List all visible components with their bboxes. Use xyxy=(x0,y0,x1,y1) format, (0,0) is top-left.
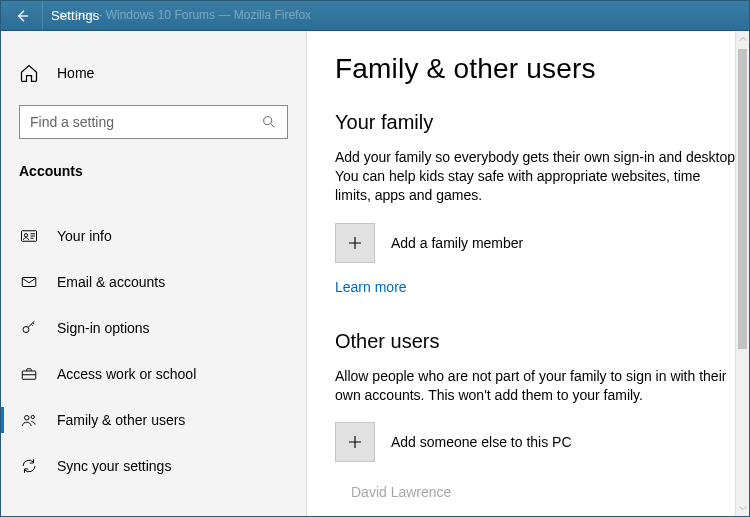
nav-label: Sign-in options xyxy=(57,320,150,336)
your-family-heading: Your family xyxy=(335,111,741,134)
add-other-user-row[interactable]: Add someone else to this PC xyxy=(335,422,741,462)
nav-label: Access work or school xyxy=(57,366,196,382)
search-box[interactable] xyxy=(19,105,288,139)
svg-point-7 xyxy=(31,415,34,418)
svg-point-6 xyxy=(25,416,30,421)
add-family-member-button[interactable] xyxy=(335,223,375,263)
your-family-description: Add your family so everybody gets their … xyxy=(335,148,741,205)
other-users-description: Allow people who are not part of your fa… xyxy=(335,367,741,405)
body: Home Accounts Your info Email & accounts xyxy=(1,31,749,516)
nav-your-info[interactable]: Your info xyxy=(1,213,306,259)
home-icon xyxy=(19,63,39,83)
briefcase-icon xyxy=(19,365,39,383)
nav-label: Sync your settings xyxy=(57,458,171,474)
back-button[interactable] xyxy=(1,1,43,31)
add-family-member-label: Add a family member xyxy=(391,235,523,251)
svg-point-4 xyxy=(23,327,29,333)
plus-icon xyxy=(346,433,364,451)
scroll-down-arrow-icon[interactable] xyxy=(736,500,749,516)
svg-rect-3 xyxy=(22,278,36,287)
add-other-user-button[interactable] xyxy=(335,422,375,462)
page-title: Family & other users xyxy=(335,53,741,85)
scrollbar-thumb[interactable] xyxy=(738,49,747,349)
person-card-icon xyxy=(19,227,39,245)
nav-email-accounts[interactable]: Email & accounts xyxy=(1,259,306,305)
section-label: Accounts xyxy=(1,139,306,187)
nav-list: Your info Email & accounts Sign-in optio… xyxy=(1,213,306,489)
nav-label: Your info xyxy=(57,228,112,244)
search-input[interactable] xyxy=(30,114,261,130)
add-other-user-label: Add someone else to this PC xyxy=(391,434,572,450)
svg-point-0 xyxy=(264,117,272,125)
add-family-member-row[interactable]: Add a family member xyxy=(335,223,741,263)
vertical-scrollbar[interactable] xyxy=(735,31,749,516)
search-icon xyxy=(261,114,277,130)
home-nav[interactable]: Home xyxy=(1,53,306,93)
nav-sync-settings[interactable]: Sync your settings xyxy=(1,443,306,489)
nav-label: Family & other users xyxy=(57,412,185,428)
settings-window: screen - Windows 10 Forums — Mozilla Fir… xyxy=(0,0,750,517)
plus-icon xyxy=(346,234,364,252)
key-icon xyxy=(19,319,39,337)
people-icon xyxy=(19,411,39,429)
scroll-up-arrow-icon[interactable] xyxy=(736,31,749,47)
sidebar: Home Accounts Your info Email & accounts xyxy=(1,31,307,516)
learn-more-link[interactable]: Learn more xyxy=(335,279,407,295)
other-users-heading: Other users xyxy=(335,330,741,353)
title-bar: screen - Windows 10 Forums — Mozilla Fir… xyxy=(1,1,749,31)
user-name: David Lawrence xyxy=(351,484,451,500)
sync-icon xyxy=(19,457,39,475)
mail-icon xyxy=(19,273,39,291)
back-arrow-icon xyxy=(14,8,30,24)
app-title: Settings xyxy=(51,8,100,23)
nav-signin-options[interactable]: Sign-in options xyxy=(1,305,306,351)
svg-point-2 xyxy=(24,234,27,237)
nav-label: Email & accounts xyxy=(57,274,165,290)
main-content: Family & other users Your family Add you… xyxy=(307,31,749,516)
home-label: Home xyxy=(57,65,94,81)
nav-access-work[interactable]: Access work or school xyxy=(1,351,306,397)
user-entry[interactable]: David Lawrence xyxy=(335,484,741,500)
nav-family-other-users[interactable]: Family & other users xyxy=(1,397,306,443)
